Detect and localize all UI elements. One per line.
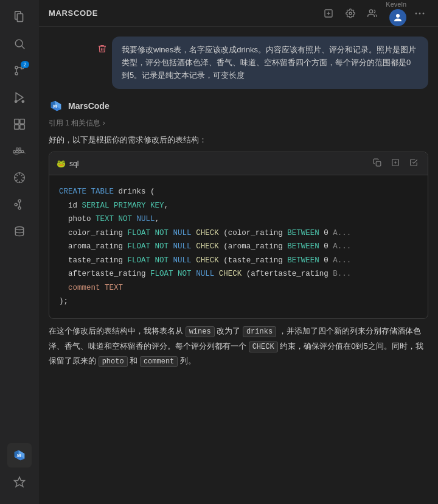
git-icon[interactable] [7, 192, 32, 217]
code-actions [370, 157, 420, 170]
avatar[interactable] [389, 9, 406, 26]
desc-drinks-highlight: drinks [243, 326, 276, 337]
ai-reference[interactable]: 引用 1 相关信息 › [49, 118, 428, 128]
svg-rect-37 [376, 162, 381, 167]
source-control-badge: 2 [21, 61, 29, 68]
account-icon[interactable] [7, 470, 32, 494]
search-icon[interactable] [7, 32, 32, 56]
ai-intro-text: 好的，以下是根据你的需求修改后的表结构： [49, 133, 428, 147]
svg-text:M: M [53, 104, 57, 110]
chat-area[interactable]: 我要修改wines表，名字应该改成drinks。内容应该有照片、评分和记录。照片… [39, 27, 438, 504]
ai-name: MarsCode [68, 101, 109, 111]
user-message: 我要修改wines表，名字应该改成drinks。内容应该有照片、评分和记录。照片… [49, 37, 428, 89]
docker-icon[interactable] [7, 139, 32, 163]
apply-icon[interactable] [407, 157, 420, 170]
new-chat-icon[interactable] [320, 5, 337, 22]
kubernetes-icon[interactable] [7, 166, 32, 190]
ai-message: M MarsCode 引用 1 相关信息 › 好的，以下是根据你的需求修改后的表… [49, 99, 428, 368]
svg-point-22 [18, 207, 21, 209]
svg-rect-18 [19, 148, 21, 150]
svg-point-34 [419, 12, 421, 14]
app-title: MARSCODE [49, 9, 98, 18]
header: MARSCODE [39, 0, 438, 27]
svg-point-8 [15, 100, 17, 102]
marscode-icon[interactable]: M [7, 443, 32, 467]
desc-check-highlight: CHECK [249, 341, 278, 352]
main-panel: MARSCODE [39, 0, 438, 504]
svg-rect-17 [16, 148, 18, 150]
svg-point-23 [15, 203, 17, 206]
sidebar: 2 [0, 0, 39, 504]
svg-point-2 [15, 40, 23, 47]
desc-mid1: 改为了 [217, 326, 240, 335]
svg-rect-16 [19, 150, 21, 152]
user-message-text: 我要修改wines表，名字应该改成drinks。内容应该有照片、评分和记录。照片… [112, 37, 428, 89]
svg-rect-10 [15, 119, 19, 124]
svg-marker-26 [15, 477, 25, 487]
more-options-icon[interactable] [411, 5, 428, 22]
svg-rect-13 [20, 125, 25, 130]
svg-rect-11 [20, 119, 25, 124]
svg-point-9 [22, 100, 24, 102]
svg-point-24 [15, 227, 23, 230]
svg-rect-1 [17, 14, 23, 22]
ai-header: M MarsCode [49, 99, 428, 113]
svg-rect-12 [15, 125, 19, 130]
files-icon[interactable] [7, 5, 32, 29]
user-name: Keveln [386, 1, 406, 8]
svg-rect-14 [13, 150, 15, 152]
avatar-container: Keveln [386, 1, 406, 26]
svg-text:M: M [17, 453, 21, 458]
desc-mid4: 和 [130, 356, 137, 365]
desc-end: 列。 [180, 356, 196, 365]
svg-rect-15 [16, 150, 18, 152]
desc-before: 在这个修改后的表结构中，我将表名从 [49, 326, 183, 335]
svg-point-35 [423, 12, 425, 14]
code-block: 🐸 sql [49, 152, 428, 319]
svg-point-33 [415, 12, 417, 14]
desc-wines-highlight: wines [186, 326, 215, 337]
code-content: CREATE TABLE drinks ( id SERIAL PRIMARY … [49, 175, 428, 318]
code-header: 🐸 sql [49, 152, 428, 175]
run-debug-icon[interactable] [7, 85, 32, 110]
code-language: 🐸 sql [57, 159, 78, 168]
desc-comment-highlight: comment [140, 356, 178, 367]
svg-point-30 [349, 12, 352, 15]
delete-message-icon[interactable] [97, 44, 107, 56]
ai-logo: M [49, 99, 63, 113]
copy-icon[interactable] [370, 157, 384, 170]
ai-description: 在这个修改后的表结构中，我将表名从 wines 改为了 drinks ，并添加了… [49, 324, 428, 369]
svg-point-31 [370, 10, 373, 13]
svg-point-6 [15, 72, 18, 75]
database-icon[interactable] [7, 219, 32, 243]
settings-gear-icon[interactable] [342, 5, 359, 22]
svg-line-3 [22, 46, 25, 49]
extensions-icon[interactable] [7, 112, 32, 136]
svg-point-4 [15, 66, 18, 69]
svg-point-32 [396, 14, 400, 18]
insert-icon[interactable] [389, 157, 402, 170]
user-profile-icon[interactable] [364, 5, 381, 22]
source-control-icon[interactable]: 2 [7, 58, 32, 83]
code-emoji: 🐸 [57, 159, 66, 168]
svg-point-21 [18, 200, 21, 202]
desc-photo-highlight: photo [99, 356, 128, 367]
header-actions: Keveln [320, 1, 428, 26]
